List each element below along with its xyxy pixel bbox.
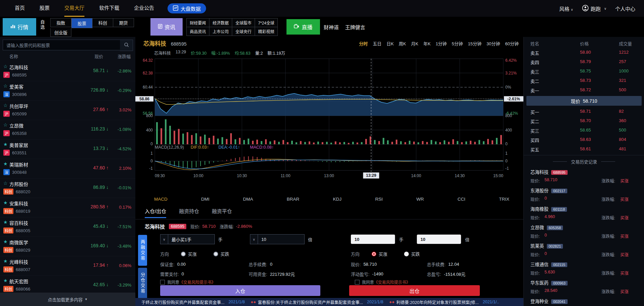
style-menu[interactable]: 风格∨ bbox=[559, 5, 573, 12]
indicator-tab[interactable]: KDJ bbox=[333, 197, 342, 202]
risk-agreement-link[interactable]: 《交易风险提示书》 bbox=[179, 279, 215, 285]
period-tab[interactable]: 五日 bbox=[373, 40, 381, 47]
side-tab-split-trading[interactable]: 分仓交易 bbox=[138, 268, 147, 299]
favorite-star-icon[interactable]: ☆ bbox=[3, 103, 8, 108]
side-tab-margin-trading[interactable]: 两融交易 bbox=[138, 235, 147, 266]
quotes-button[interactable]: 行情 bbox=[3, 18, 36, 36]
stock-row[interactable]: ☆共创草坪沪60509927.66 ↑3.02% bbox=[0, 101, 135, 120]
favorite-star-icon[interactable]: ★ bbox=[3, 258, 8, 264]
search-button[interactable] bbox=[120, 40, 133, 51]
favorite-star-icon[interactable]: ★ bbox=[3, 278, 8, 283]
top-nav-item[interactable]: 交易大厅 bbox=[64, 0, 84, 17]
stock-row[interactable]: ★光峰科技科创68800717.94 ↑0.06% bbox=[0, 256, 135, 276]
stock-row[interactable]: ☆立昂微沪605358116.23 ↓-1.08% bbox=[0, 120, 135, 140]
indicator-tab[interactable]: WR bbox=[416, 197, 424, 202]
trading-tab[interactable]: 入仓/出仓 bbox=[145, 207, 166, 218]
period-tab[interactable]: 年K bbox=[423, 40, 431, 47]
news-tab[interactable]: 财经要闻 bbox=[186, 18, 209, 27]
close-agree-checkbox[interactable] bbox=[355, 280, 360, 285]
open-agree-checkbox[interactable] bbox=[160, 280, 165, 285]
ticker-item[interactable]: 于终止发行股份购买资产并募集配套资金事...2021/1/8 bbox=[141, 299, 245, 305]
news-tab[interactable]: 全球股市 bbox=[232, 18, 255, 27]
market-tab[interactable]: 指数 bbox=[50, 18, 71, 27]
market-tab[interactable]: 科创 bbox=[92, 18, 113, 27]
favorite-star-icon[interactable]: ★ bbox=[3, 200, 8, 205]
open-dir-down-radio[interactable] bbox=[213, 252, 218, 256]
news-ticker[interactable]: 于终止发行股份购买资产并募集配套资金事...2021/1/8◆◆富春股份:关于终… bbox=[135, 298, 523, 306]
ticker-item[interactable]: ◆◆利德曼:2020年向特定对象发行股票预案(修...2021/1/.. bbox=[389, 299, 499, 305]
close-leverage-input[interactable]: 10倍 bbox=[417, 235, 469, 244]
intraday-chart[interactable]: 64.3262.3860.4456.566.42%3.21%0%-6.42%58… bbox=[135, 54, 523, 188]
close-dir-up-radio[interactable] bbox=[372, 252, 376, 256]
favorite-star-icon[interactable]: ☆ bbox=[3, 83, 8, 89]
user-menu[interactable]: 跑跑∨ bbox=[582, 5, 606, 12]
ticker-item[interactable]: ◆◆富春股份:关于终止发行股份购买资产并募集配套资金事...2021/1/8 bbox=[251, 299, 383, 305]
period-tab[interactable]: 15分钟 bbox=[468, 40, 481, 47]
load-more-button[interactable]: 点击加载更多内容▼ bbox=[0, 293, 135, 306]
watchlist-tab[interactable]: 自选 bbox=[40, 19, 46, 30]
market-tab[interactable]: 期货 bbox=[113, 18, 134, 27]
top-nav-item[interactable]: 股票 bbox=[40, 0, 50, 16]
favorite-star-icon[interactable]: ☆ bbox=[3, 122, 8, 128]
news-tab[interactable]: 精彩视频 bbox=[255, 27, 278, 36]
favorite-star-icon[interactable]: ★ bbox=[3, 239, 8, 244]
indicator-tab[interactable]: BRAR bbox=[287, 197, 300, 202]
market-data-button[interactable]: 大盘数据 bbox=[168, 3, 206, 13]
stock-row[interactable]: ★安集科技科创688019280.58 ↑0.17% bbox=[0, 198, 135, 217]
period-tab[interactable]: 1分钟 bbox=[436, 40, 447, 47]
market-tab[interactable]: 股票 bbox=[71, 18, 92, 28]
live-button[interactable]: 直播 bbox=[286, 19, 320, 35]
top-nav-item[interactable]: 企业公告 bbox=[134, 0, 154, 16]
indicator-tab[interactable]: MACD bbox=[154, 197, 168, 202]
period-tab[interactable]: 分时 bbox=[359, 40, 368, 47]
open-leverage-select[interactable]: ∨10 倍 bbox=[250, 234, 312, 244]
history-item[interactable]: 凯莱英002821现价:0涨跌幅:买涨 bbox=[524, 242, 644, 257]
stock-row[interactable]: ★南微医学科创688029169.40 ↓-3.48% bbox=[0, 237, 135, 256]
news-tab[interactable]: 经济数据 bbox=[209, 18, 232, 27]
stock-row[interactable]: ★奥普家居沪60355113.73 ↓-4.52% bbox=[0, 140, 135, 159]
market-tab[interactable]: 创业版 bbox=[50, 28, 71, 37]
open-position-button[interactable]: 入仓 bbox=[160, 285, 320, 296]
period-tab[interactable]: 5分钟 bbox=[452, 40, 463, 47]
stock-row[interactable]: ☆爱美客深300896726.89 ↓-0.29% bbox=[0, 81, 135, 101]
indicator-tab[interactable]: TRIX bbox=[499, 197, 509, 202]
indicator-tab[interactable]: CCI bbox=[458, 197, 465, 202]
stock-row[interactable]: ☆芯海科技沪68859558.71 ↓-2.86% bbox=[0, 62, 135, 81]
history-item[interactable]: 三维通信002115现价:5.630涨跌幅:买涨 bbox=[524, 261, 644, 275]
indicator-tab[interactable]: RSI bbox=[375, 197, 383, 202]
close-position-button[interactable]: 出仓 bbox=[349, 285, 480, 296]
close-dir-down-radio[interactable] bbox=[404, 252, 409, 256]
favorite-star-icon[interactable]: ☆ bbox=[3, 181, 8, 186]
risk-agreement-link[interactable]: 《交易风险提示书》 bbox=[374, 279, 410, 285]
news-tab[interactable]: 商品资讯 bbox=[186, 27, 209, 36]
indicator-tab[interactable]: DMA bbox=[243, 197, 253, 202]
history-item[interactable]: 登海种业002041 bbox=[524, 298, 644, 304]
period-tab[interactable]: 月K bbox=[411, 40, 418, 47]
top-nav-item[interactable]: 首页 bbox=[15, 0, 25, 16]
top-nav-item[interactable]: 软件下载 bbox=[99, 0, 119, 16]
stock-row[interactable]: ★航天宏图科创68806642.65 ↓-3.29% bbox=[0, 276, 135, 293]
favorite-star-icon[interactable]: ☆ bbox=[3, 64, 8, 69]
wangpai-link[interactable]: 王牌健言 bbox=[345, 17, 365, 37]
history-item[interactable]: 华东医药000963现价:28.540涨跌幅:买涨 bbox=[524, 279, 644, 294]
history-item[interactable]: 芯海科技688595现价:58.710涨跌幅:买涨 bbox=[524, 168, 644, 183]
history-item[interactable]: 海南橡胶601118现价:4.960涨跌幅:买涨 bbox=[524, 205, 644, 220]
history-item[interactable]: 立昂微605358现价:0涨跌幅:买涨 bbox=[524, 224, 644, 238]
stock-row[interactable]: ☆方邦股份科创68802086.89 ↓-0.01% bbox=[0, 178, 135, 198]
news-button[interactable]: 资讯 bbox=[150, 18, 183, 36]
open-qty-select[interactable]: ∨最小买1手 手 bbox=[160, 234, 222, 244]
trading-tab[interactable]: 融资平仓 bbox=[212, 207, 232, 218]
stock-row[interactable]: ★美瑞新材深30084847.60 ↑2.10% bbox=[0, 159, 135, 178]
favorite-star-icon[interactable]: ★ bbox=[3, 219, 8, 225]
stock-row[interactable]: ★容百科技科创68800545.43 ↓-7.51% bbox=[0, 217, 135, 237]
news-tab[interactable]: 7*24全球 bbox=[255, 18, 278, 27]
close-qty-input[interactable]: 10手 bbox=[351, 235, 403, 244]
personal-center-link[interactable]: 个人中心 bbox=[615, 5, 635, 12]
open-dir-up-radio[interactable] bbox=[181, 252, 186, 256]
news-tab[interactable]: 上市公司 bbox=[209, 27, 232, 36]
favorite-star-icon[interactable]: ★ bbox=[3, 161, 8, 166]
favorite-star-icon[interactable]: ★ bbox=[3, 142, 8, 147]
caishendao-link[interactable]: 财神道 bbox=[324, 17, 339, 37]
trading-tab[interactable]: 融资持仓 bbox=[179, 207, 199, 218]
news-tab[interactable]: 全球央行 bbox=[232, 27, 255, 36]
